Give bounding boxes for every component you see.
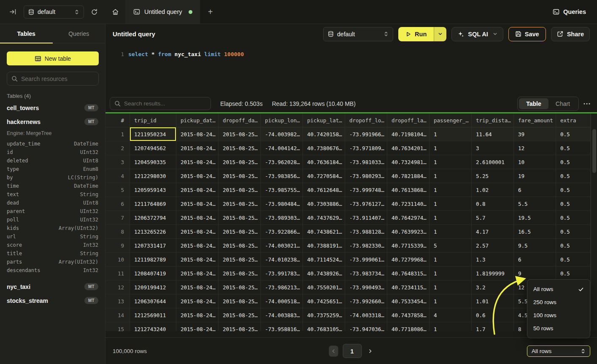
run-options-button[interactable] <box>434 27 446 41</box>
table-cell[interactable]: 40.7420158… <box>303 127 345 141</box>
table-cell[interactable]: -73.983734… <box>345 267 387 280</box>
new-tab-button[interactable]: + <box>200 0 220 24</box>
column-header-extra[interactable]: extra <box>556 113 591 127</box>
table-cell[interactable]: 40.7388191… <box>303 239 345 253</box>
scrollbar-thumb[interactable] <box>592 129 596 173</box>
table-cell[interactable]: 12 <box>514 141 556 155</box>
table-cell[interactable]: 0.5 <box>556 169 591 183</box>
table-cell[interactable]: 40.7634201… <box>387 141 430 155</box>
table-cell[interactable]: 1207494562 <box>130 141 176 155</box>
table-cell[interactable]: 1211982789 <box>130 253 176 267</box>
table-cell[interactable]: 1 <box>430 183 472 197</box>
menu-item-50-rows[interactable]: 50 rows <box>527 322 590 335</box>
topbar-database-selector[interactable]: default <box>24 5 84 19</box>
table-cell[interactable]: 0.5 <box>556 253 591 267</box>
page-size-select[interactable]: All rows <box>527 345 590 357</box>
table-cell[interactable]: 1206372794 <box>130 211 176 225</box>
table-cell[interactable]: 1 <box>430 280 472 294</box>
table-cell[interactable]: -73.990493… <box>345 280 387 294</box>
table-cell[interactable]: 10 <box>514 155 556 169</box>
column-header-#[interactable]: # <box>105 113 130 127</box>
table-cell[interactable]: 1213265226 <box>130 225 176 239</box>
table-cell[interactable]: 2015-08-24… <box>176 267 219 280</box>
table-cell[interactable]: 6 <box>514 183 556 197</box>
table-cell[interactable]: 40.7533454… <box>387 294 430 308</box>
table-cell[interactable]: 40.7375259… <box>303 308 345 322</box>
table-cell[interactable]: -73.992660… <box>345 294 387 308</box>
table-cell[interactable]: 2015-08-24… <box>176 127 219 141</box>
previous-page-button[interactable] <box>329 345 338 356</box>
table-cell[interactable]: 6 <box>514 253 556 267</box>
column-header-dropoff_lo[interactable]: dropoff_lo… <box>345 113 387 127</box>
table-cell[interactable]: 40.7613868… <box>387 183 430 197</box>
table-cell[interactable]: -73.985755… <box>261 183 303 197</box>
query-database-selector[interactable]: default <box>323 27 393 41</box>
table-cell[interactable]: -73.980484… <box>261 197 303 211</box>
table-cell[interactable]: 1209199412 <box>130 280 176 294</box>
table-cell[interactable]: -74.004142… <box>261 141 303 155</box>
table-cell[interactable]: -73.999061… <box>345 253 387 267</box>
search-results-input[interactable] <box>124 100 206 107</box>
table-cell[interactable]: -73.911407… <box>345 211 387 225</box>
column-header-pickup_lon[interactable]: pickup_lon… <box>261 113 303 127</box>
collapse-sidebar-icon[interactable] <box>9 8 17 16</box>
table-cell[interactable]: 2015-08-24… <box>176 183 219 197</box>
column-header-pickup_dat[interactable]: pickup_dat… <box>176 113 219 127</box>
save-button[interactable]: Save <box>508 27 546 41</box>
table-cell[interactable]: 40.7438926… <box>303 267 345 280</box>
table-cell[interactable]: 2015-08-24… <box>176 322 219 331</box>
table-cell[interactable]: 5.5 <box>514 197 556 211</box>
table-cell[interactable]: -73.988128… <box>345 225 387 239</box>
table-cell[interactable]: 0.5 <box>556 239 591 253</box>
table-cell[interactable]: -73.976127… <box>345 197 387 211</box>
column-header-dropoff_da[interactable]: dropoff_da… <box>219 113 261 127</box>
view-toggle-chart[interactable]: Chart <box>548 98 577 109</box>
table-cell[interactable]: -73.981033… <box>345 155 387 169</box>
table-cell[interactable]: 2015-08-25… <box>219 322 261 331</box>
table-cell[interactable]: -73.922866… <box>261 225 303 239</box>
table-cell[interactable]: -74.003318… <box>345 308 387 322</box>
menu-item-all-rows[interactable]: All rows <box>527 283 590 296</box>
table-cell[interactable]: 2015-08-24… <box>176 294 219 308</box>
table-cell[interactable]: 1 <box>430 169 472 183</box>
table-cell[interactable]: 2015-08-24… <box>176 169 219 183</box>
table-cell[interactable]: 1207331417 <box>130 239 176 253</box>
table-cell[interactable]: 40.7425651… <box>303 294 345 308</box>
column-header-trip_dista[interactable]: trip_dista… <box>472 113 514 127</box>
table-cell[interactable]: 2015-08-24… <box>176 280 219 294</box>
table-cell[interactable]: -74.010238… <box>261 253 303 267</box>
table-cell[interactable]: 40.7437858… <box>387 308 430 322</box>
table-cell[interactable]: 0.8 <box>472 197 514 211</box>
table-cell[interactable]: 1206307644 <box>130 294 176 308</box>
table-cell[interactable]: 0.5 <box>556 267 591 280</box>
table-cell[interactable]: 2015-08-24… <box>176 197 219 211</box>
tab-home[interactable] <box>105 0 126 24</box>
table-cell[interactable]: 40.7198104… <box>387 127 430 141</box>
table-cell[interactable]: 4.17 <box>472 225 514 239</box>
new-table-button[interactable]: New table <box>7 51 99 65</box>
table-cell[interactable]: 1212298030 <box>130 169 176 183</box>
table-cell[interactable]: 1.7 <box>472 322 514 331</box>
run-button[interactable]: Run <box>398 27 434 41</box>
table-cell[interactable]: 2015-08-24… <box>176 141 219 155</box>
table-cell[interactable]: 40.7715339… <box>387 239 430 253</box>
table-cell[interactable]: 1211950234 <box>130 127 176 141</box>
table-cell[interactable]: 0.5 <box>556 141 591 155</box>
table-cell[interactable]: 1 <box>430 267 472 280</box>
table-cell[interactable]: 40.7718086… <box>387 322 430 331</box>
tab-untitled-query[interactable]: Untitled query <box>126 0 200 24</box>
column-header-passenger_[interactable]: passenger_… <box>430 113 472 127</box>
table-cell[interactable]: 1212569011 <box>130 308 176 322</box>
table-cell[interactable]: -74.003982… <box>261 127 303 141</box>
view-toggle-table[interactable]: Table <box>519 98 548 109</box>
table-cell[interactable]: 40.7437629… <box>303 211 345 225</box>
table-cell[interactable]: 1208407419 <box>130 267 176 280</box>
queries-button[interactable]: Queries <box>542 0 597 24</box>
table-cell[interactable]: 40.7642974… <box>387 211 430 225</box>
table-cell[interactable]: 2015-08-25… <box>219 141 261 155</box>
menu-item-250-rows[interactable]: 250 rows <box>527 296 590 309</box>
table-cell[interactable]: 40.7683105… <box>303 322 345 331</box>
table-cell[interactable]: 0.5 <box>556 197 591 211</box>
table-cell[interactable]: 2015-08-25… <box>219 253 261 267</box>
current-page-button[interactable]: 1 <box>343 344 362 358</box>
